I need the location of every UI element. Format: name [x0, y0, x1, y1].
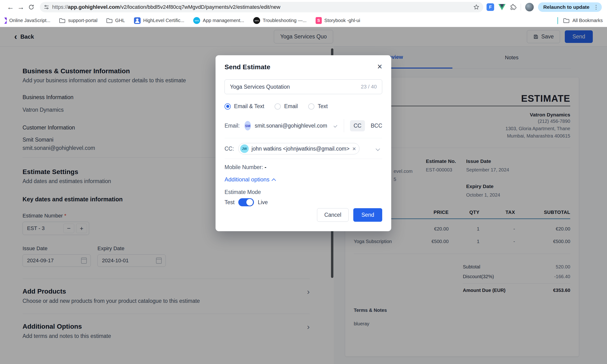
send-estimate-modal: Send Estimate × Yoga Services Quotation … [216, 55, 391, 231]
radio-icon [275, 104, 281, 110]
cc-avatar: JW [240, 144, 249, 153]
bookmark-highlevel-certification[interactable]: HighLevel Certific... [134, 17, 184, 24]
estimate-mode-label: Estimate Mode [225, 189, 382, 195]
bookmarks-separator [557, 17, 558, 24]
bookmark-label: support-portal [68, 18, 97, 23]
bookmark-troubleshooting[interactable]: xeroTroubleshooting —... [253, 17, 307, 24]
screen: ← → https://app.gohighlevel.com/v2/locat… [0, 0, 607, 364]
send-method-radio-group: Email & Text Email Text [225, 103, 382, 110]
browser-menu-kebab-icon[interactable]: ⋮ [593, 4, 599, 10]
chevron-down-icon[interactable] [334, 124, 337, 128]
bookmark-support-portal[interactable]: support-portal [59, 18, 97, 23]
modal-title: Send Estimate [225, 63, 270, 71]
email-avatar: SM [245, 121, 251, 130]
estimate-name-input[interactable]: Yoga Services Quotation 23 / 40 [225, 79, 382, 94]
vertical-divider [344, 119, 344, 132]
radio-label: Text [318, 103, 328, 110]
additional-options-toggle[interactable]: Additional options [225, 176, 382, 183]
bcc-toggle-button[interactable]: BCC [371, 123, 382, 129]
email-value[interactable]: smit.sonani@gohighlevel.com [255, 123, 327, 129]
relaunch-to-update-button[interactable]: Relaunch to update ⋮ [538, 2, 602, 12]
back-navigation-icon[interactable]: ← [5, 2, 16, 12]
folder-icon [59, 18, 65, 23]
highlevel-icon [134, 17, 141, 24]
profile-avatar[interactable] [525, 3, 534, 11]
extension-f-icon[interactable]: F [487, 3, 494, 11]
toolbar-divider [521, 4, 521, 11]
estimate-mode-toggle-row: Test Live [225, 198, 382, 206]
chevron-down-icon[interactable] [375, 146, 380, 151]
cc-label: CC: [225, 146, 234, 152]
modal-send-button[interactable]: Send [353, 208, 382, 222]
mobile-number-value: - [265, 164, 267, 170]
bookmark-label: HighLevel Certific... [143, 18, 184, 23]
chevron-up-icon [272, 178, 276, 182]
bookmarks-bar: Online JavaScript... support-portal GHL … [0, 14, 607, 27]
bookmark-label: Troubleshooting —... [263, 18, 307, 23]
bookmark-label: App management... [203, 18, 244, 23]
toggle-knob [246, 199, 253, 206]
folder-icon [106, 18, 113, 23]
bookmark-star-icon[interactable] [473, 4, 479, 10]
radio-label: Email & Text [234, 103, 264, 110]
cc-toggle-button[interactable]: CC [350, 120, 365, 131]
radio-email[interactable]: Email [275, 103, 298, 110]
url-scheme: https:// [52, 4, 68, 10]
mobile-number-label: Mobile Number: [225, 164, 263, 170]
radio-label: Email [284, 103, 298, 110]
url-text: https://app.gohighlevel.com/v2/location/… [52, 4, 473, 10]
online-javascript-icon [4, 18, 7, 24]
radio-text[interactable]: Text [308, 103, 328, 110]
radio-email-and-text[interactable]: Email & Text [225, 103, 264, 110]
storybook-icon: S [316, 17, 322, 24]
additional-options-label: Additional options [225, 176, 269, 183]
radio-selected-icon [225, 104, 231, 110]
modal-divider [225, 138, 382, 138]
modal-divider [225, 159, 382, 159]
xero-dark-icon: xero [253, 17, 260, 24]
bookmark-label: GHL [115, 18, 125, 23]
cc-recipient-text: john watkins <johnjwatkins@gmail.com> [252, 146, 349, 152]
xero-icon: xero [193, 17, 200, 24]
app-viewport: ‹ Back Yoga Services Quo Save Send Busin… [0, 27, 607, 364]
browser-toolbar: ← → https://app.gohighlevel.com/v2/locat… [0, 0, 607, 14]
site-info-icon[interactable] [44, 4, 49, 10]
relaunch-label: Relaunch to update [543, 4, 589, 10]
mode-test-label: Test [225, 199, 234, 206]
mobile-number-row: Mobile Number: - [225, 164, 382, 170]
refresh-icon[interactable] [26, 2, 37, 12]
estimate-name-value: Yoga Services Quotation [230, 84, 290, 90]
all-bookmarks-button[interactable]: All Bookmarks [557, 17, 603, 24]
radio-icon [308, 104, 314, 110]
email-label: Email: [225, 123, 240, 129]
extensions-puzzle-icon[interactable] [510, 4, 517, 11]
vue-devtools-icon[interactable] [498, 4, 505, 10]
bookmark-label: Storybook -ghl-ui [324, 18, 360, 23]
bookmark-app-management[interactable]: xeroApp management... [193, 17, 244, 24]
all-bookmarks-label: All Bookmarks [572, 18, 603, 23]
forward-navigation-icon[interactable]: → [16, 2, 26, 12]
bookmark-label: Online JavaScript... [9, 18, 50, 23]
mode-live-label: Live [258, 199, 268, 206]
live-mode-toggle[interactable] [238, 198, 254, 206]
close-icon[interactable]: × [377, 63, 382, 70]
address-bar[interactable]: https://app.gohighlevel.com/v2/location/… [40, 2, 483, 12]
url-domain: app.gohighlevel.com [68, 4, 120, 10]
bookmark-storybook[interactable]: SStorybook -ghl-ui [316, 17, 360, 24]
bookmark-ghl[interactable]: GHL [106, 18, 125, 23]
folder-icon [563, 18, 569, 23]
cancel-button[interactable]: Cancel [317, 208, 349, 222]
bookmark-online-javascript[interactable]: Online JavaScript... [4, 18, 50, 24]
url-path: /v2/location/bbdl5v24f80cq7wMgvdD/paymen… [120, 4, 280, 10]
remove-recipient-icon[interactable]: × [352, 146, 356, 152]
cc-recipient-chip[interactable]: JW john watkins <johnjwatkins@gmail.com>… [238, 143, 360, 154]
character-counter: 23 / 40 [361, 84, 377, 90]
